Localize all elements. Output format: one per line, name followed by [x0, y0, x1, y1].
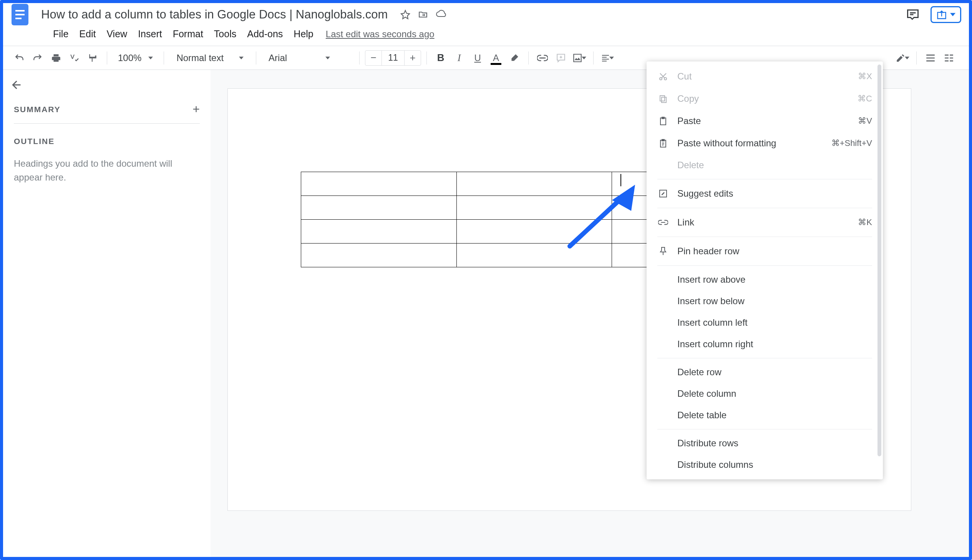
cm-copy[interactable]: Copy ⌘C — [647, 88, 883, 110]
print-button[interactable] — [48, 50, 65, 67]
cm-shortcut: ⌘K — [858, 217, 872, 227]
comments-icon[interactable] — [906, 8, 920, 22]
cm-label: Paste without formatting — [677, 138, 776, 148]
text-color-button[interactable]: A — [487, 50, 504, 67]
cm-label: Distribute columns — [677, 459, 753, 470]
cm-label: Delete row — [677, 367, 722, 378]
cm-distribute-cols[interactable]: Distribute columns — [647, 454, 883, 475]
cm-shortcut: ⌘V — [858, 116, 872, 126]
cm-insert-col-left[interactable]: Insert column left — [647, 312, 883, 333]
more-toolbar-button[interactable] — [940, 50, 957, 67]
cm-insert-col-right[interactable]: Insert column right — [647, 333, 883, 355]
bold-button[interactable]: B — [432, 50, 449, 67]
cm-paste-plain[interactable]: Paste without formatting ⌘+Shift+V — [647, 132, 883, 154]
highlight-button[interactable] — [506, 50, 523, 67]
outline-header: OUTLINE — [14, 137, 200, 146]
cm-label: Delete column — [677, 388, 736, 399]
cm-label: Suggest edits — [677, 188, 733, 199]
menu-addons[interactable]: Add-ons — [242, 26, 288, 42]
insert-image-button[interactable] — [571, 50, 588, 67]
cm-label: Distribute rows — [677, 438, 739, 448]
font-value: Arial — [268, 53, 287, 63]
star-icon[interactable] — [400, 10, 410, 20]
cm-label: Copy — [677, 93, 699, 104]
align-button[interactable] — [599, 50, 616, 67]
cm-cut[interactable]: Cut ⌘X — [647, 65, 883, 88]
redo-button[interactable] — [29, 50, 46, 67]
cm-label: Pin header row — [677, 246, 739, 257]
table-cell[interactable] — [457, 220, 612, 243]
cm-delete-table[interactable]: Delete table — [647, 405, 883, 426]
cm-delete-col[interactable]: Delete column — [647, 383, 883, 405]
spellcheck-button[interactable] — [66, 50, 83, 67]
link-icon — [657, 217, 669, 228]
menu-tools[interactable]: Tools — [208, 26, 242, 42]
cm-delete-row[interactable]: Delete row — [647, 362, 883, 383]
outline-sidebar: SUMMARY + OUTLINE Headings you add to th… — [3, 70, 210, 558]
document-title[interactable]: How to add a column to tables in Google … — [38, 7, 391, 23]
cm-distribute-rows[interactable]: Distribute rows — [647, 432, 883, 454]
suggest-icon — [657, 188, 669, 199]
cm-pin-header[interactable]: Pin header row — [647, 240, 883, 262]
font-size-decrease[interactable]: − — [365, 52, 382, 64]
font-size-increase[interactable]: + — [405, 52, 421, 64]
summary-header: SUMMARY — [14, 105, 61, 114]
hide-menus-button[interactable] — [922, 50, 939, 67]
svg-rect-9 — [662, 97, 666, 103]
cm-label: Paste — [677, 116, 701, 127]
svg-rect-1 — [15, 10, 25, 12]
menu-help[interactable]: Help — [288, 26, 318, 42]
insert-link-button[interactable] — [534, 50, 551, 67]
paint-format-button[interactable] — [85, 50, 102, 67]
cm-label: Link — [677, 217, 694, 228]
cm-label: Delete table — [677, 410, 727, 420]
cm-link[interactable]: Link ⌘K — [647, 211, 883, 233]
cm-shortcut: ⌘C — [857, 94, 872, 104]
table-cell[interactable] — [457, 243, 612, 267]
edit-mode-button[interactable] — [894, 50, 911, 67]
cm-delete[interactable]: Delete — [647, 154, 883, 176]
font-size-input[interactable]: 11 — [382, 51, 405, 65]
outline-empty-text: Headings you add to the document will ap… — [14, 157, 190, 184]
table-cell[interactable] — [457, 172, 612, 196]
paste-icon — [657, 115, 669, 127]
cm-paste[interactable]: Paste ⌘V — [647, 110, 883, 132]
cm-insert-row-below[interactable]: Insert row below — [647, 290, 883, 312]
context-menu: Cut ⌘X Copy ⌘C Paste ⌘V Paste without fo… — [647, 62, 883, 479]
cm-suggest-edits[interactable]: Suggest edits — [647, 182, 883, 205]
cm-label: Insert column right — [677, 339, 753, 350]
table-cell[interactable] — [301, 220, 457, 243]
copy-icon — [657, 93, 669, 105]
title-bar: How to add a column to tables in Google … — [3, 3, 969, 25]
add-summary-button[interactable]: + — [192, 102, 200, 117]
cm-label: Cut — [677, 71, 692, 82]
zoom-select[interactable]: 100% — [113, 53, 158, 63]
cm-insert-row-above[interactable]: Insert row above — [647, 269, 883, 290]
insert-comment-button[interactable] — [552, 50, 569, 67]
table-cell[interactable] — [301, 172, 457, 196]
menu-view[interactable]: View — [101, 26, 133, 42]
cm-shortcut: ⌘X — [858, 72, 872, 82]
cut-icon — [657, 71, 669, 82]
menu-format[interactable]: Format — [167, 26, 208, 42]
share-button[interactable] — [930, 6, 961, 23]
table-cell[interactable] — [301, 243, 457, 267]
underline-button[interactable]: U — [469, 50, 486, 67]
sidebar-back-button[interactable] — [10, 79, 22, 91]
paragraph-style-select[interactable]: Normal text — [169, 53, 250, 63]
cloud-status-icon[interactable] — [436, 10, 447, 20]
text-cursor — [620, 174, 621, 186]
context-menu-scrollbar[interactable] — [877, 65, 881, 483]
table-cell[interactable] — [301, 196, 457, 220]
menu-insert[interactable]: Insert — [133, 26, 167, 42]
font-select[interactable]: Arial — [262, 53, 354, 63]
docs-logo-icon[interactable] — [9, 4, 31, 25]
table-cell[interactable] — [457, 196, 612, 220]
last-edit-link[interactable]: Last edit was seconds ago — [326, 29, 435, 40]
italic-button[interactable]: I — [451, 50, 468, 67]
cm-label: Insert column left — [677, 317, 748, 328]
menu-file[interactable]: File — [48, 26, 74, 42]
undo-button[interactable] — [11, 50, 28, 67]
menu-edit[interactable]: Edit — [74, 26, 101, 42]
move-icon[interactable] — [418, 10, 428, 20]
